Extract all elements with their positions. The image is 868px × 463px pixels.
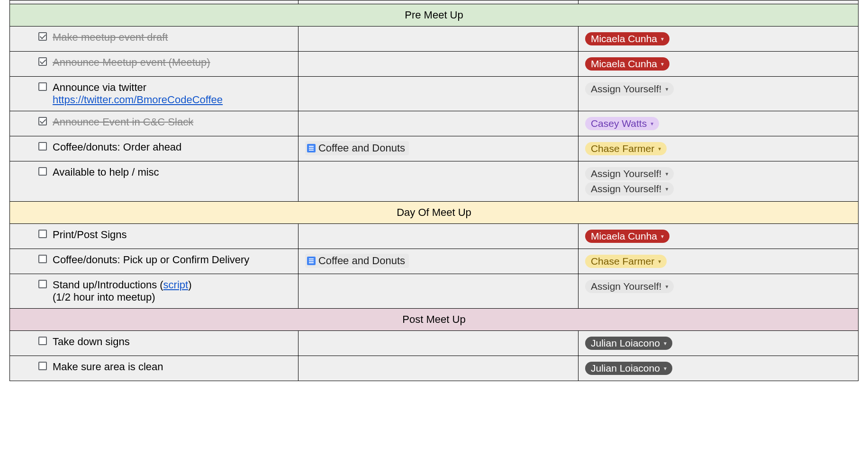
chevron-down-icon: ▼ [664, 87, 669, 92]
assignee-chip[interactable]: Chase Farmer▼ [585, 255, 667, 268]
table-row: Take down signsJulian Loiacono▼ [10, 331, 859, 356]
table-row: Announce via twitterhttps://twitter.com/… [10, 77, 859, 111]
task-text: Print/Post Signs [53, 229, 127, 241]
table-row: Stand up/Introductions (script)(1/2 hour… [10, 274, 859, 309]
task-checkbox[interactable] [38, 117, 47, 125]
chevron-down-icon: ▼ [657, 259, 662, 264]
assignee-chip[interactable]: Assign Yourself!▼ [585, 167, 674, 180]
document-icon [307, 257, 316, 265]
task-text: Announce Event in C&C Slack [53, 116, 193, 128]
assignee-name: Assign Yourself! [591, 168, 661, 179]
assignee-name: Assign Yourself! [591, 83, 661, 95]
assignee-chip[interactable]: Micaela Cunha▼ [585, 57, 669, 71]
chevron-down-icon: ▼ [663, 366, 668, 371]
section-title: Day Of Meet Up [10, 202, 859, 224]
table-row: Coffee/donuts: Pick up or Confirm Delive… [10, 249, 859, 274]
chevron-down-icon: ▼ [664, 284, 669, 289]
table-row: Coffee/donuts: Order aheadCoffee and Don… [10, 136, 859, 161]
assignee-name: Micaela Cunha [591, 58, 657, 70]
chevron-down-icon: ▼ [660, 62, 665, 67]
assignee-name: Chase Farmer [591, 256, 654, 267]
document-icon [307, 144, 316, 152]
chevron-down-icon: ▼ [660, 36, 665, 42]
table-row: Make meetup event draftMicaela Cunha▼ [10, 27, 859, 52]
assignee-name: Assign Yourself! [591, 281, 661, 292]
task-checkbox[interactable] [38, 337, 47, 345]
assignee-name: Micaela Cunha [591, 33, 657, 45]
chevron-down-icon: ▼ [663, 341, 668, 346]
task-checkbox[interactable] [38, 142, 47, 151]
task-text: Make meetup event draft [53, 31, 168, 44]
assignee-name: Chase Farmer [591, 143, 654, 154]
task-text: Stand up/Introductions (script) [53, 279, 191, 291]
task-text: Available to help / misc [53, 166, 159, 178]
table-row: Announce Event in C&C SlackCasey Watts▼ [10, 111, 859, 136]
chevron-down-icon: ▼ [664, 171, 669, 177]
assignee-chip[interactable]: Assign Yourself!▼ [585, 182, 674, 196]
task-text: Take down signs [53, 336, 130, 348]
doc-chip[interactable]: Coffee and Donuts [305, 254, 409, 268]
assignee-chip[interactable]: Assign Yourself!▼ [585, 280, 674, 293]
script-link[interactable]: script [163, 279, 189, 291]
chevron-down-icon: ▼ [650, 121, 654, 126]
task-checkbox[interactable] [38, 82, 47, 91]
chevron-down-icon: ▼ [660, 234, 665, 239]
task-text: Make sure area is clean [53, 361, 163, 373]
assignee-chip[interactable]: Assign Yourself!▼ [585, 82, 674, 96]
task-subtext: (1/2 hour into meetup) [53, 291, 291, 303]
assignee-name: Julian Loiacono [591, 363, 660, 374]
task-checkbox[interactable] [38, 57, 47, 66]
section-title: Pre Meet Up [10, 4, 859, 27]
section-title: Post Meet Up [10, 309, 859, 331]
doc-chip-label: Coffee and Donuts [318, 142, 405, 154]
assignee-chip[interactable]: Chase Farmer▼ [585, 142, 667, 155]
doc-chip-label: Coffee and Donuts [318, 255, 405, 267]
assignee-chip[interactable]: Micaela Cunha▼ [585, 230, 669, 243]
assignee-chip[interactable]: Micaela Cunha▼ [585, 32, 669, 45]
task-checkbox[interactable] [38, 255, 47, 263]
doc-chip[interactable]: Coffee and Donuts [305, 141, 409, 155]
task-text: Coffee/donuts: Order ahead [53, 141, 181, 153]
table-row: Announce Meetup event (Meetup)Micaela Cu… [10, 52, 859, 77]
assignee-name: Assign Yourself! [591, 183, 661, 195]
task-text: Announce Meetup event (Meetup) [53, 56, 210, 69]
task-checkbox[interactable] [38, 167, 47, 176]
task-text: Coffee/donuts: Pick up or Confirm Delive… [53, 254, 249, 266]
table-row: Make sure area is cleanJulian Loiacono▼ [10, 356, 859, 381]
task-table: Pre Meet UpMake meetup event draftMicael… [9, 0, 859, 381]
chevron-down-icon: ▼ [664, 187, 669, 192]
task-checkbox[interactable] [38, 32, 47, 41]
assignee-chip[interactable]: Julian Loiacono▼ [585, 362, 672, 375]
assignee-name: Casey Watts [591, 118, 647, 129]
table-row: Available to help / miscAssign Yourself!… [10, 161, 859, 202]
task-link[interactable]: https://twitter.com/BmoreCodeCoffee [53, 94, 223, 106]
assignee-name: Julian Loiacono [591, 338, 660, 349]
task-checkbox[interactable] [38, 230, 47, 238]
assignee-name: Micaela Cunha [591, 231, 657, 242]
task-text: Announce via twitter [53, 81, 146, 94]
chevron-down-icon: ▼ [657, 146, 662, 151]
section-header-post: Post Meet Up [10, 309, 859, 331]
table-row: Print/Post SignsMicaela Cunha▼ [10, 224, 859, 249]
task-checkbox[interactable] [38, 362, 47, 370]
assignee-chip[interactable]: Casey Watts▼ [585, 117, 659, 130]
assignee-chip[interactable]: Julian Loiacono▼ [585, 337, 672, 350]
section-header-day: Day Of Meet Up [10, 202, 859, 224]
section-header-pre: Pre Meet Up [10, 4, 859, 27]
task-checkbox[interactable] [38, 280, 47, 288]
